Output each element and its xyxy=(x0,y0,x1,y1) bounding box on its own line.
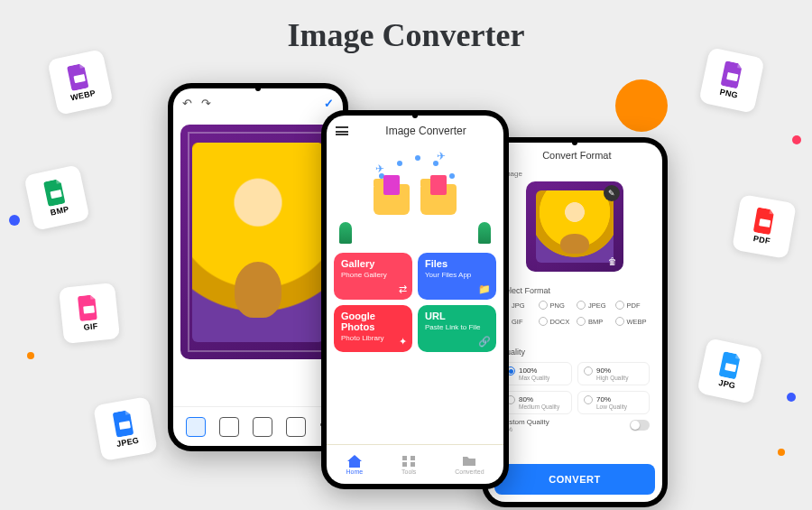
quality-option[interactable]: 80%Medium Quality xyxy=(500,391,572,414)
home-icon xyxy=(347,455,362,468)
file-icon xyxy=(66,62,92,91)
format-option-webp[interactable]: WEBP xyxy=(615,317,651,326)
format-card-webp: WEBP xyxy=(47,49,114,116)
format-option-pdf[interactable]: PDF xyxy=(615,301,651,310)
accent-dot xyxy=(9,215,20,226)
redo-icon[interactable]: ↷ xyxy=(201,97,211,110)
format-option-bmp[interactable]: BMP xyxy=(577,317,612,326)
accent-dot xyxy=(27,352,34,359)
radio-icon xyxy=(577,317,586,326)
character-image xyxy=(192,143,324,342)
format-card-bmp: BMP xyxy=(23,164,90,231)
gallery-tile[interactable]: Gallery Phone Gallery ⇄ xyxy=(334,253,412,300)
quality-section: Quality 100%Max Quality90%High Quality80… xyxy=(493,340,657,440)
accent-dot xyxy=(615,79,668,132)
gallery-icon: ⇄ xyxy=(399,283,407,295)
crop-free-tool[interactable] xyxy=(186,417,206,437)
svg-rect-8 xyxy=(411,456,415,460)
quality-option[interactable]: 100%Max Quality xyxy=(500,362,572,385)
format-card-jpeg: JPEG xyxy=(93,396,158,461)
format-option-png[interactable]: PNG xyxy=(539,301,574,310)
link-icon: 🔗 xyxy=(478,336,491,348)
radio-icon xyxy=(539,301,548,310)
nav-converted[interactable]: Converted xyxy=(455,455,484,475)
quality-option[interactable]: 90%High Quality xyxy=(577,362,650,385)
format-card-jpg: JPG xyxy=(697,338,763,404)
crop-portrait-tool[interactable] xyxy=(286,417,306,437)
svg-rect-7 xyxy=(402,456,407,460)
nav-tools[interactable]: Tools xyxy=(401,455,416,475)
image-count: 1 Image xyxy=(487,168,662,181)
radio-icon xyxy=(584,366,593,376)
accent-dot xyxy=(787,393,796,402)
format-card-gif: GIF xyxy=(59,283,120,344)
accent-dot xyxy=(778,449,785,456)
nav-home[interactable]: Home xyxy=(346,455,363,475)
format-option-jpeg[interactable]: JPEG xyxy=(577,301,612,310)
convert-button[interactable]: CONVERT xyxy=(494,464,655,495)
format-card-png: PNG xyxy=(698,47,765,114)
format-card-pdf: PDF xyxy=(732,194,797,259)
folder-icon xyxy=(462,455,476,468)
photos-icon: ✦ xyxy=(399,336,407,348)
undo-icon[interactable]: ↶ xyxy=(182,97,192,110)
svg-rect-9 xyxy=(402,462,407,467)
confirm-button[interactable]: ✓ xyxy=(324,97,334,110)
image-thumbnail[interactable]: ✎ 🗑 xyxy=(526,181,623,272)
image-preview[interactable] xyxy=(180,125,336,359)
folder-icon: 📁 xyxy=(478,283,491,295)
crop-square-tool[interactable] xyxy=(219,417,239,437)
edit-icon[interactable]: ✎ xyxy=(604,185,620,201)
file-icon xyxy=(720,60,746,89)
radio-icon xyxy=(584,395,593,404)
google-photos-tile[interactable]: Google Photos Photo Library ✦ xyxy=(334,305,412,352)
format-section: Select Format JPGPNGJPEGPDFGIFDOCXBMPWEB… xyxy=(493,279,657,333)
file-icon xyxy=(718,351,744,380)
svg-rect-10 xyxy=(411,462,415,467)
custom-quality-toggle[interactable] xyxy=(630,420,650,431)
grid-icon xyxy=(401,455,416,468)
radio-icon xyxy=(615,317,624,326)
quality-option[interactable]: 70%Low Quality xyxy=(577,391,650,414)
screen-title: Convert Format xyxy=(501,150,653,161)
radio-icon xyxy=(615,301,624,310)
radio-icon xyxy=(539,317,548,326)
plane-icon: ✈ xyxy=(437,150,446,162)
files-tile[interactable]: Files Your Files App 📁 xyxy=(418,253,496,300)
toolbar: ✎ xyxy=(173,406,343,446)
file-icon xyxy=(112,409,137,438)
url-tile[interactable]: URL Paste Link to File 🔗 xyxy=(418,305,496,352)
app-title: Image Converter xyxy=(357,125,494,137)
radio-icon xyxy=(577,301,586,310)
svg-rect-2 xyxy=(83,305,95,313)
format-option-docx[interactable]: DOCX xyxy=(539,317,574,326)
phone-home: Image Converter ✈ ✈ Gallery Phone Galler… xyxy=(321,110,509,489)
file-icon xyxy=(752,207,778,236)
delete-icon[interactable]: 🗑 xyxy=(605,254,620,268)
file-icon xyxy=(42,178,69,207)
crop-wide-tool[interactable] xyxy=(253,417,272,437)
menu-icon[interactable] xyxy=(336,126,348,135)
hero-illustration: ✈ ✈ xyxy=(334,146,496,253)
accent-dot xyxy=(792,135,801,144)
page-title: Image Converter xyxy=(288,16,525,54)
file-icon xyxy=(77,294,101,321)
phone-convert: ‹ Convert Format 1 Image ✎ 🗑 Select Form… xyxy=(482,137,668,507)
plane-icon: ✈ xyxy=(375,162,384,175)
